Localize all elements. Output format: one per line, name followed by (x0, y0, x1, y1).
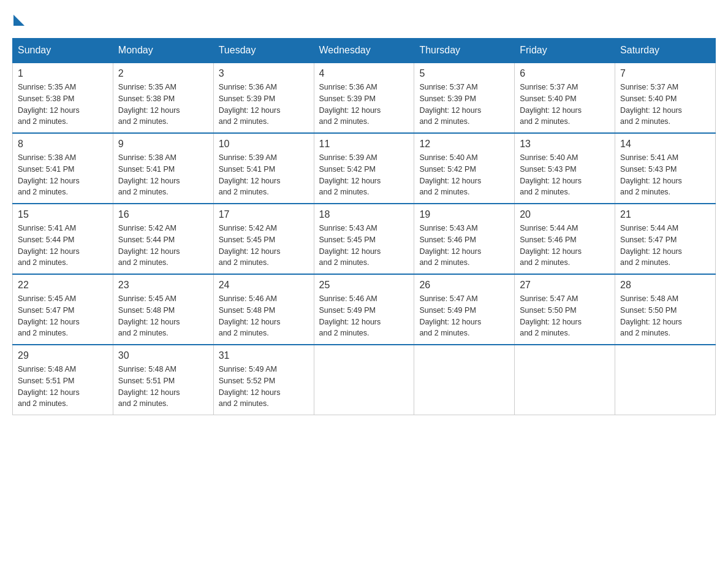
calendar-cell (615, 345, 716, 415)
day-number: 14 (620, 139, 710, 150)
day-number: 11 (319, 139, 409, 150)
day-number: 17 (219, 209, 309, 220)
calendar-header-monday: Monday (113, 39, 213, 63)
day-number: 18 (319, 209, 409, 220)
day-number: 27 (520, 280, 610, 291)
day-info: Sunrise: 5:47 AMSunset: 5:49 PMDaylight:… (419, 294, 481, 337)
calendar-cell: 27 Sunrise: 5:47 AMSunset: 5:50 PMDaylig… (515, 274, 615, 345)
day-info: Sunrise: 5:45 AMSunset: 5:47 PMDaylight:… (18, 294, 80, 337)
day-info: Sunrise: 5:43 AMSunset: 5:46 PMDaylight:… (419, 224, 481, 267)
calendar-cell: 3 Sunrise: 5:36 AMSunset: 5:39 PMDayligh… (213, 63, 314, 133)
day-number: 28 (620, 280, 710, 291)
day-info: Sunrise: 5:43 AMSunset: 5:45 PMDaylight:… (319, 224, 381, 267)
calendar-header-wednesday: Wednesday (314, 39, 414, 63)
calendar-cell: 4 Sunrise: 5:36 AMSunset: 5:39 PMDayligh… (314, 63, 414, 133)
day-number: 4 (319, 68, 409, 79)
calendar-table: SundayMondayTuesdayWednesdayThursdayFrid… (12, 38, 716, 415)
page-header (12, 12, 716, 26)
day-number: 23 (118, 280, 208, 291)
calendar-cell: 12 Sunrise: 5:40 AMSunset: 5:42 PMDaylig… (414, 133, 515, 204)
calendar-cell: 23 Sunrise: 5:45 AMSunset: 5:48 PMDaylig… (113, 274, 213, 345)
day-info: Sunrise: 5:45 AMSunset: 5:48 PMDaylight:… (118, 294, 180, 337)
day-info: Sunrise: 5:47 AMSunset: 5:50 PMDaylight:… (520, 294, 582, 337)
calendar-cell: 31 Sunrise: 5:49 AMSunset: 5:52 PMDaylig… (213, 345, 314, 415)
calendar-cell: 5 Sunrise: 5:37 AMSunset: 5:39 PMDayligh… (414, 63, 515, 133)
calendar-cell (314, 345, 414, 415)
day-info: Sunrise: 5:49 AMSunset: 5:52 PMDaylight:… (219, 365, 281, 408)
calendar-cell: 26 Sunrise: 5:47 AMSunset: 5:49 PMDaylig… (414, 274, 515, 345)
day-info: Sunrise: 5:46 AMSunset: 5:49 PMDaylight:… (319, 294, 381, 337)
day-info: Sunrise: 5:38 AMSunset: 5:41 PMDaylight:… (118, 153, 180, 196)
calendar-cell: 22 Sunrise: 5:45 AMSunset: 5:47 PMDaylig… (13, 274, 113, 345)
logo-line1 (12, 12, 25, 26)
day-number: 8 (18, 139, 108, 150)
day-info: Sunrise: 5:44 AMSunset: 5:47 PMDaylight:… (620, 224, 682, 267)
day-number: 16 (118, 209, 208, 220)
day-number: 6 (520, 68, 610, 79)
calendar-header-thursday: Thursday (414, 39, 515, 63)
day-info: Sunrise: 5:48 AMSunset: 5:51 PMDaylight:… (18, 365, 80, 408)
day-number: 21 (620, 209, 710, 220)
day-number: 5 (419, 68, 509, 79)
calendar-cell: 30 Sunrise: 5:48 AMSunset: 5:51 PMDaylig… (113, 345, 213, 415)
calendar-cell: 25 Sunrise: 5:46 AMSunset: 5:49 PMDaylig… (314, 274, 414, 345)
logo-triangle-icon (13, 15, 25, 26)
calendar-cell: 21 Sunrise: 5:44 AMSunset: 5:47 PMDaylig… (615, 204, 716, 274)
day-info: Sunrise: 5:36 AMSunset: 5:39 PMDaylight:… (219, 83, 281, 126)
day-info: Sunrise: 5:39 AMSunset: 5:42 PMDaylight:… (319, 153, 381, 196)
calendar-week-row: 29 Sunrise: 5:48 AMSunset: 5:51 PMDaylig… (13, 345, 716, 415)
day-info: Sunrise: 5:40 AMSunset: 5:42 PMDaylight:… (419, 153, 481, 196)
day-number: 9 (118, 139, 208, 150)
day-number: 26 (419, 280, 509, 291)
day-info: Sunrise: 5:42 AMSunset: 5:44 PMDaylight:… (118, 224, 180, 267)
calendar-cell: 15 Sunrise: 5:41 AMSunset: 5:44 PMDaylig… (13, 204, 113, 274)
day-info: Sunrise: 5:36 AMSunset: 5:39 PMDaylight:… (319, 83, 381, 126)
day-number: 1 (18, 68, 108, 79)
calendar-cell: 7 Sunrise: 5:37 AMSunset: 5:40 PMDayligh… (615, 63, 716, 133)
calendar-header-row: SundayMondayTuesdayWednesdayThursdayFrid… (13, 39, 716, 63)
calendar-cell (414, 345, 515, 415)
calendar-week-row: 8 Sunrise: 5:38 AMSunset: 5:41 PMDayligh… (13, 133, 716, 204)
day-info: Sunrise: 5:48 AMSunset: 5:51 PMDaylight:… (118, 365, 180, 408)
day-number: 30 (118, 350, 208, 361)
day-number: 31 (219, 350, 309, 361)
calendar-week-row: 22 Sunrise: 5:45 AMSunset: 5:47 PMDaylig… (13, 274, 716, 345)
calendar-header-tuesday: Tuesday (213, 39, 314, 63)
day-info: Sunrise: 5:37 AMSunset: 5:40 PMDaylight:… (620, 83, 682, 126)
day-number: 24 (219, 280, 309, 291)
day-info: Sunrise: 5:41 AMSunset: 5:43 PMDaylight:… (620, 153, 682, 196)
day-number: 29 (18, 350, 108, 361)
day-number: 10 (219, 139, 309, 150)
day-number: 7 (620, 68, 710, 79)
calendar-cell: 9 Sunrise: 5:38 AMSunset: 5:41 PMDayligh… (113, 133, 213, 204)
calendar-cell: 20 Sunrise: 5:44 AMSunset: 5:46 PMDaylig… (515, 204, 615, 274)
day-info: Sunrise: 5:48 AMSunset: 5:50 PMDaylight:… (620, 294, 682, 337)
day-number: 22 (18, 280, 108, 291)
day-info: Sunrise: 5:41 AMSunset: 5:44 PMDaylight:… (18, 224, 80, 267)
calendar-cell: 10 Sunrise: 5:39 AMSunset: 5:41 PMDaylig… (213, 133, 314, 204)
logo (12, 12, 25, 26)
day-number: 2 (118, 68, 208, 79)
calendar-header-saturday: Saturday (615, 39, 716, 63)
calendar-cell: 29 Sunrise: 5:48 AMSunset: 5:51 PMDaylig… (13, 345, 113, 415)
calendar-cell: 11 Sunrise: 5:39 AMSunset: 5:42 PMDaylig… (314, 133, 414, 204)
day-number: 25 (319, 280, 409, 291)
logo-wrapper (12, 12, 25, 26)
calendar-cell: 6 Sunrise: 5:37 AMSunset: 5:40 PMDayligh… (515, 63, 615, 133)
day-info: Sunrise: 5:35 AMSunset: 5:38 PMDaylight:… (18, 83, 80, 126)
calendar-cell: 8 Sunrise: 5:38 AMSunset: 5:41 PMDayligh… (13, 133, 113, 204)
calendar-cell: 17 Sunrise: 5:42 AMSunset: 5:45 PMDaylig… (213, 204, 314, 274)
calendar-cell: 13 Sunrise: 5:40 AMSunset: 5:43 PMDaylig… (515, 133, 615, 204)
calendar-cell: 18 Sunrise: 5:43 AMSunset: 5:45 PMDaylig… (314, 204, 414, 274)
calendar-cell: 16 Sunrise: 5:42 AMSunset: 5:44 PMDaylig… (113, 204, 213, 274)
day-info: Sunrise: 5:35 AMSunset: 5:38 PMDaylight:… (118, 83, 180, 126)
day-info: Sunrise: 5:46 AMSunset: 5:48 PMDaylight:… (219, 294, 281, 337)
day-info: Sunrise: 5:42 AMSunset: 5:45 PMDaylight:… (219, 224, 281, 267)
calendar-cell: 14 Sunrise: 5:41 AMSunset: 5:43 PMDaylig… (615, 133, 716, 204)
day-number: 3 (219, 68, 309, 79)
day-number: 15 (18, 209, 108, 220)
calendar-header-sunday: Sunday (13, 39, 113, 63)
day-number: 12 (419, 139, 509, 150)
day-number: 13 (520, 139, 610, 150)
calendar-week-row: 15 Sunrise: 5:41 AMSunset: 5:44 PMDaylig… (13, 204, 716, 274)
